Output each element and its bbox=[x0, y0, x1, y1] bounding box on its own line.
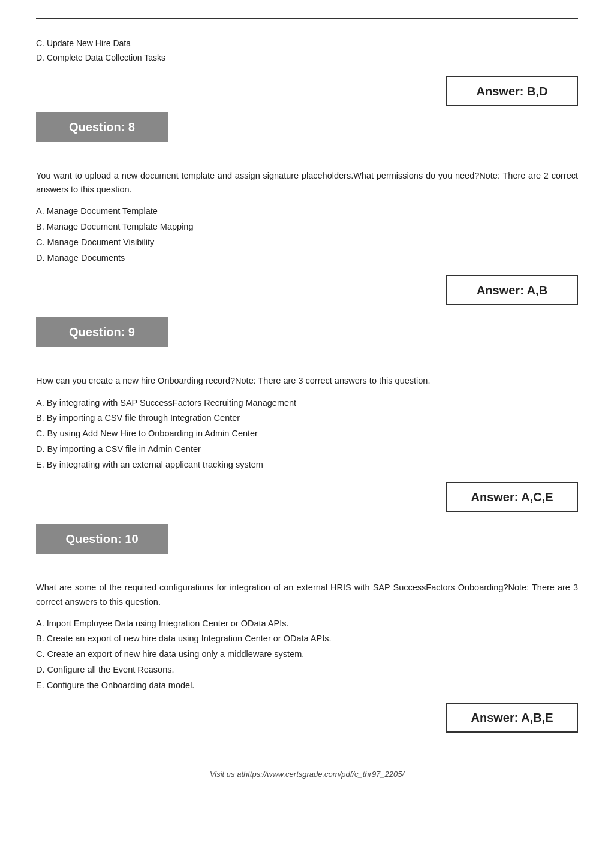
footer-text: Visit us athttps://www.certsgrade.com/pd… bbox=[210, 770, 404, 779]
answer-bd-container: Answer: B,D bbox=[36, 76, 578, 106]
question-9-header: Question: 9 bbox=[36, 317, 168, 347]
q10-option-c: C. Create an export of new hire data usi… bbox=[36, 648, 578, 661]
q8-option-a: A. Manage Document Template bbox=[36, 205, 578, 218]
q8-option-c: C. Manage Document Visibility bbox=[36, 236, 578, 249]
q10-option-d: D. Configure all the Event Reasons. bbox=[36, 664, 578, 677]
q10-option-b: B. Create an export of new hire data usi… bbox=[36, 632, 578, 646]
answer-q9-box: Answer: A,C,E bbox=[446, 482, 578, 512]
answer-bd-box: Answer: B,D bbox=[446, 76, 578, 106]
question-8-header-wrapper: Question: 8 bbox=[36, 112, 578, 154]
q10-option-a: A. Import Employee Data using Integratio… bbox=[36, 617, 578, 631]
footer: Visit us athttps://www.certsgrade.com/pd… bbox=[36, 768, 578, 780]
question-10-options: A. Import Employee Data using Integratio… bbox=[36, 617, 578, 692]
answer-q9-container: Answer: A,C,E bbox=[36, 482, 578, 512]
question-8-block: Question: 8 You want to upload a new doc… bbox=[36, 112, 578, 305]
q9-option-b: B. By importing a CSV file through Integ… bbox=[36, 412, 578, 425]
question-10-block: Question: 10 What are some of the requir… bbox=[36, 524, 578, 733]
question-9-header-wrapper: Question: 9 bbox=[36, 317, 578, 359]
question-9-options: A. By integrating with SAP SuccessFactor… bbox=[36, 397, 578, 472]
top-divider bbox=[36, 18, 578, 19]
question-9-block: Question: 9 How can you create a new hir… bbox=[36, 317, 578, 512]
answer-q10-box: Answer: A,B,E bbox=[446, 703, 578, 733]
q9-option-e: E. By integrating with an external appli… bbox=[36, 459, 578, 472]
prev-option-d: D. Complete Data Collection Tasks bbox=[36, 52, 578, 64]
q8-option-d: D. Manage Documents bbox=[36, 252, 578, 265]
q9-option-a: A. By integrating with SAP SuccessFactor… bbox=[36, 397, 578, 410]
answer-q8-container: Answer: A,B bbox=[36, 275, 578, 305]
question-8-header: Question: 8 bbox=[36, 112, 168, 142]
prev-options-block: C. Update New Hire Data D. Complete Data… bbox=[36, 37, 578, 64]
question-8-options: A. Manage Document Template B. Manage Do… bbox=[36, 205, 578, 264]
q8-option-b: B. Manage Document Template Mapping bbox=[36, 221, 578, 234]
question-10-text: What are some of the required configurat… bbox=[36, 581, 578, 608]
question-9-text: How can you create a new hire Onboarding… bbox=[36, 374, 578, 388]
prev-option-c: C. Update New Hire Data bbox=[36, 37, 578, 50]
answer-q10-container: Answer: A,B,E bbox=[36, 703, 578, 733]
q10-option-e: E. Configure the Onboarding data model. bbox=[36, 679, 578, 692]
question-10-header-wrapper: Question: 10 bbox=[36, 524, 578, 566]
q9-option-d: D. By importing a CSV file in Admin Cent… bbox=[36, 443, 578, 456]
question-8-text: You want to upload a new document templa… bbox=[36, 169, 578, 197]
question-10-header: Question: 10 bbox=[36, 524, 168, 554]
q9-option-c: C. By using Add New Hire to Onboarding i… bbox=[36, 427, 578, 441]
answer-q8-box: Answer: A,B bbox=[446, 275, 578, 305]
